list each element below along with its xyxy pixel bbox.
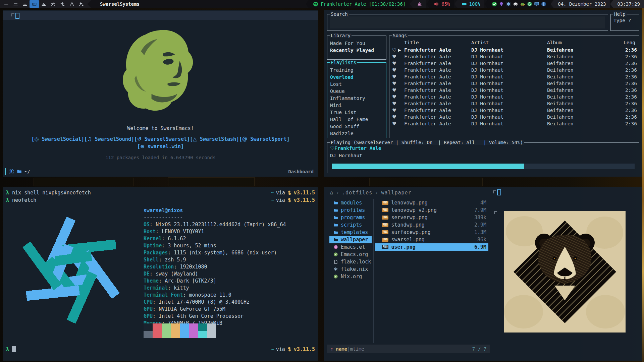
dashboard-button[interactable]: ◎ SwarselSocial: [31, 136, 84, 142]
sort-mode-alt[interactable]: mtime: [350, 346, 364, 352]
song-row[interactable]: ♥ Frankfurter Aale DJ Hornhaut Beifahren…: [392, 114, 637, 120]
gem-icon[interactable]: [499, 1, 504, 7]
syncthing-icon[interactable]: [527, 1, 532, 7]
workspace-2[interactable]: [11, 0, 20, 8]
playlist-item[interactable]: Queue: [330, 88, 385, 95]
song-row[interactable]: ♥ Frankfurter Aale DJ Hornhaut Beifahren…: [392, 100, 637, 107]
directory-row[interactable]: flake.lock: [329, 258, 372, 265]
library-item[interactable]: Made For You: [330, 40, 385, 47]
favorite-heart-icon[interactable]: ♥: [392, 94, 398, 100]
playlist-item[interactable]: Good Stuff: [330, 123, 385, 130]
directory-row[interactable]: Nix.org: [329, 273, 372, 280]
file-row[interactable]: PNG standwp.png 2.9M: [375, 221, 488, 229]
workspace-7[interactable]: [58, 0, 67, 8]
playlist-item[interactable]: Training: [330, 67, 385, 74]
favorite-heart-icon[interactable]: ♥: [392, 114, 398, 120]
bluetooth-icon[interactable]: [541, 1, 546, 7]
dashboard-button[interactable]: ⊕ swarsel.win: [137, 143, 184, 149]
search-input[interactable]: [330, 16, 605, 28]
display-icon[interactable]: [534, 1, 539, 7]
favorite-heart-icon[interactable]: ♥: [392, 73, 398, 80]
directory-row[interactable]: modules: [329, 199, 372, 206]
emacs-window[interactable]: Welcome to SwarsEmacs! ◎ SwarselSocial♫ …: [3, 10, 318, 177]
terminal-window[interactable]: λ nix shell nixpkgs#neofetch ~ via v3.11…: [3, 187, 318, 361]
favorite-heart-icon[interactable]: ♥: [392, 60, 398, 67]
breadcrumb-part[interactable]: .dotfiles: [342, 190, 372, 196]
song-row[interactable]: ♥ Frankfurter Aale DJ Hornhaut Beifahren…: [392, 53, 637, 60]
check-icon[interactable]: [492, 1, 497, 7]
dashboard-button[interactable]: ↺ SwarselSwarsel: [134, 136, 190, 142]
workspace-9[interactable]: [76, 0, 86, 8]
file-row[interactable]: PNG lenovowp_v2.png 7.9M: [375, 206, 488, 214]
sort-mode[interactable]: name: [336, 346, 347, 352]
workspace-3[interactable]: [20, 0, 30, 8]
favorite-heart-icon[interactable]: ♥: [392, 87, 398, 94]
clock-module[interactable]: 03:37:29: [613, 0, 644, 8]
progress-bar[interactable]: [332, 164, 635, 169]
spotify-icon: [313, 1, 318, 7]
now-playing-module[interactable]: Frankfurter Aale [01:38/02:36]: [309, 0, 410, 8]
song-row[interactable]: ♥ Frankfurter Aale DJ Hornhaut Beifahren…: [392, 120, 637, 127]
directory-row[interactable]: Emacs.org: [329, 251, 372, 258]
file-row[interactable]: PNG swarsel.png 86k: [375, 236, 488, 243]
discord-icon[interactable]: [513, 1, 518, 7]
directory-row[interactable]: profiles: [329, 206, 372, 214]
playlist-item[interactable]: Lost: [330, 81, 385, 88]
favorite-heart-icon[interactable]: ♥: [392, 80, 398, 87]
song-length: 2:36: [621, 47, 637, 53]
directory-row[interactable]: templates: [329, 229, 372, 236]
music-player-window[interactable]: Search Help Type ? Library Made For YouR…: [324, 10, 642, 177]
workspace-4[interactable]: [30, 0, 39, 8]
song-row[interactable]: ♥ Frankfurter Aale DJ Hornhaut Beifahren…: [392, 80, 637, 87]
favorite-heart-icon[interactable]: ♥: [392, 53, 398, 60]
song-row[interactable]: ♥ Frankfurter Aale DJ Hornhaut Beifahren…: [392, 107, 637, 114]
playlist-item[interactable]: Inflammatory: [330, 95, 385, 102]
favorite-heart-icon[interactable]: ♥: [392, 120, 398, 127]
favorite-heart-icon[interactable]: ♥: [392, 107, 398, 114]
terminal-prompt-line[interactable]: λ ~ via v3.11.5: [6, 346, 315, 352]
home-icon[interactable]: ⌂: [330, 190, 333, 196]
dashboard-button[interactable]: △ SwarselStash: [190, 136, 239, 142]
directory-row[interactable]: flake.nix: [329, 265, 372, 273]
breadcrumb-part[interactable]: wallpaper: [381, 190, 411, 196]
file-row[interactable]: PNG surfacewp.png 1.3M: [375, 229, 488, 236]
dashboard-button[interactable]: ♫ SwarselSound: [84, 136, 134, 142]
playlist-item[interactable]: Overload: [330, 74, 385, 81]
song-row[interactable]: ♥ Frankfurter Aale DJ Hornhaut Beifahren…: [392, 60, 637, 67]
volume-module[interactable]: 65%: [430, 0, 454, 8]
search-box[interactable]: Search: [327, 14, 608, 31]
playlist-item[interactable]: True List: [330, 109, 385, 116]
favorite-heart-icon[interactable]: ♡: [392, 47, 398, 53]
dashboard-button[interactable]: @ SwarselSport: [239, 136, 289, 142]
command-text: neofetch: [12, 197, 36, 203]
directory-row[interactable]: Emacs.el: [329, 243, 372, 251]
turtle-icon[interactable]: [520, 1, 525, 7]
song-row[interactable]: ♡ ▶ Frankfurter Aale DJ Hornhaut Beifahr…: [392, 47, 637, 53]
song-row[interactable]: ♥ Frankfurter Aale DJ Hornhaut Beifahren…: [392, 94, 637, 100]
playlist-item[interactable]: Hall of Fame: [330, 116, 385, 123]
playlist-item[interactable]: Mini: [330, 102, 385, 109]
workspace-5[interactable]: [39, 0, 48, 8]
favorite-heart-icon[interactable]: ♥: [392, 67, 398, 73]
song-row[interactable]: ♥ Frankfurter Aale DJ Hornhaut Beifahren…: [392, 87, 637, 94]
nix-snowflake-icon[interactable]: [506, 1, 511, 7]
file-row[interactable]: PNG lenovowp.png 4M: [375, 199, 488, 206]
battery-module[interactable]: 100%: [458, 0, 485, 8]
workspace-8[interactable]: [67, 0, 76, 8]
file-manager-window[interactable]: ⌂›.dotfiles›wallpaper modules pro: [324, 187, 642, 361]
file-row[interactable]: PNG serverwp.png 389k: [375, 214, 488, 221]
directory-row[interactable]: scripts: [329, 221, 372, 229]
tray-building-module[interactable]: [413, 0, 426, 8]
directory-row[interactable]: programs: [329, 214, 372, 221]
directory-row[interactable]: wallpaper: [329, 236, 372, 243]
playlist-item[interactable]: Badizzle: [330, 130, 385, 137]
file-row[interactable]: PNG user.png 6.9M: [375, 243, 488, 251]
workspace-6[interactable]: [48, 0, 58, 8]
workspace-1[interactable]: [1, 0, 11, 8]
song-row[interactable]: ♥ Frankfurter Aale DJ Hornhaut Beifahren…: [392, 67, 637, 73]
song-row[interactable]: ♥ Frankfurter Aale DJ Hornhaut Beifahren…: [392, 73, 637, 80]
library-item[interactable]: Recently Played: [330, 47, 385, 54]
favorite-heart-icon[interactable]: ♥: [392, 100, 398, 107]
sort-direction-icon[interactable]: ↑: [330, 346, 333, 352]
date-module[interactable]: 04. Dezember 2023: [554, 0, 610, 8]
